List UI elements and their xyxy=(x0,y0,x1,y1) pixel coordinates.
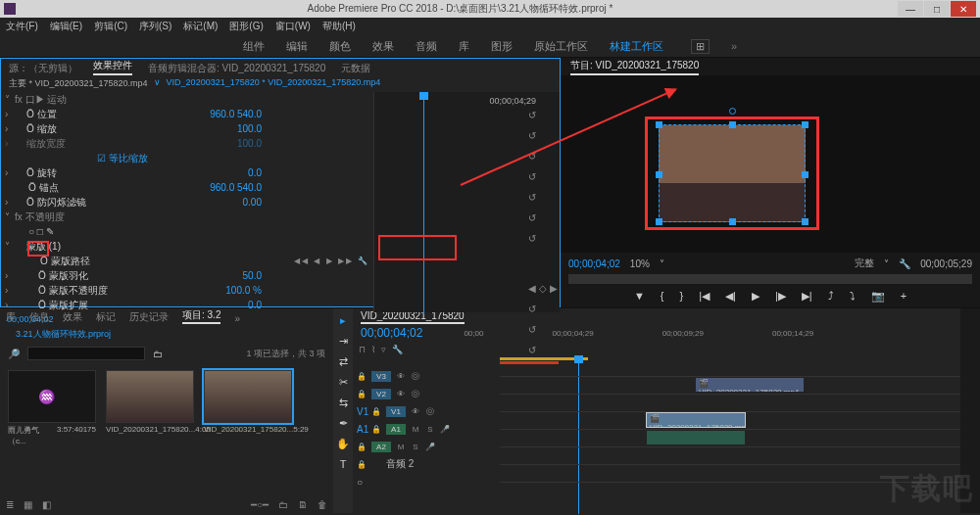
reset-icon[interactable]: ↺ xyxy=(528,192,558,203)
panel-tab-metadata[interactable]: 元数据 xyxy=(341,62,370,75)
playhead[interactable] xyxy=(423,94,424,314)
type-tool-icon[interactable]: T xyxy=(340,458,347,470)
time-ruler[interactable]: 00;0000;00;04;2900;00;09;2900;00;14;29 xyxy=(434,329,953,338)
ws-overflow-icon[interactable]: ⊞ xyxy=(691,39,710,54)
ws-tab[interactable]: 颜色 xyxy=(329,39,351,54)
menu-help[interactable]: 帮助(H) xyxy=(322,20,356,33)
work-area[interactable] xyxy=(500,361,559,364)
close-button[interactable]: ✕ xyxy=(951,1,976,17)
timeline-playhead[interactable] xyxy=(578,357,579,514)
mark-out-icon[interactable]: } xyxy=(680,290,684,302)
timeline-clip-selected[interactable]: 🎬 VID_20200321_175820.mp4 ▫ xyxy=(647,413,745,427)
track-a2[interactable]: A2 xyxy=(371,442,391,452)
trash-icon[interactable]: 🗑 xyxy=(318,499,327,510)
lock-icon[interactable]: 🔒 xyxy=(357,390,367,398)
val-maskfeather[interactable]: 50.0 xyxy=(243,270,262,281)
reset-icon[interactable]: ↺ xyxy=(528,304,558,314)
snap-icon[interactable]: ⊓ xyxy=(359,345,366,354)
bin-item-selected[interactable]: VID_20200321_175820...5:29 xyxy=(204,370,292,446)
ws-more-icon[interactable]: » xyxy=(731,40,737,52)
reset-icon[interactable]: ↺ xyxy=(528,324,558,335)
new-item-icon[interactable]: 🗎 xyxy=(298,499,308,510)
ws-tab[interactable]: 组件 xyxy=(243,39,265,54)
menu-graphics[interactable]: 图形(G) xyxy=(229,20,263,33)
lock-icon[interactable]: 🔒 xyxy=(357,372,367,381)
hand-tool-icon[interactable]: ✋ xyxy=(336,438,350,450)
goto-out-icon[interactable]: ▶| xyxy=(802,290,812,303)
search-input[interactable] xyxy=(27,347,145,360)
prop-position[interactable]: Ö 位置 xyxy=(26,108,57,121)
settings-icon[interactable]: 🔧 xyxy=(392,345,403,354)
program-tc[interactable]: 00;00;04;02 xyxy=(568,258,620,269)
wrench-icon[interactable]: 🔧 xyxy=(899,258,910,269)
list-view-icon[interactable]: ≣ xyxy=(6,499,14,510)
pen-tool-icon[interactable]: ✒ xyxy=(339,417,348,430)
ws-tab[interactable]: 编辑 xyxy=(286,39,308,54)
track-v1[interactable]: V1 xyxy=(386,406,406,417)
reset-icon[interactable]: ↺ xyxy=(528,110,558,120)
panel-tab-effectcontrols[interactable]: 效果控件 xyxy=(93,59,132,75)
lock-icon[interactable]: 🔒 xyxy=(357,460,367,469)
menu-window[interactable]: 窗口(W) xyxy=(275,20,311,33)
track-a1[interactable]: A1 xyxy=(386,424,406,435)
minimize-button[interactable]: — xyxy=(898,1,923,17)
val-rotation[interactable]: 0.0 xyxy=(248,167,262,178)
prop-rotation[interactable]: Ö 旋转 xyxy=(26,166,57,180)
freeform-view-icon[interactable]: ◧ xyxy=(42,499,51,510)
pj-tab[interactable]: 信息 xyxy=(29,310,49,324)
mark-out-icon[interactable]: { xyxy=(661,290,664,302)
menu-clip[interactable]: 剪辑(C) xyxy=(94,20,127,33)
quality-select[interactable]: 完整 xyxy=(855,257,874,270)
ripple-tool-icon[interactable]: ⇄ xyxy=(339,355,348,368)
prop-scale[interactable]: Ö 缩放 xyxy=(26,122,57,136)
val-antiflicker[interactable]: 0.00 xyxy=(243,197,262,208)
mask-overlay[interactable] xyxy=(659,124,806,222)
panel-tab-source[interactable]: 源：（无剪辑） xyxy=(9,62,77,75)
pj-more-icon[interactable]: » xyxy=(234,313,240,324)
export-frame-icon[interactable]: 📷 xyxy=(871,290,885,303)
reset-icon[interactable]: ↺ xyxy=(528,130,558,141)
lift-icon[interactable]: ⤴ xyxy=(828,290,834,302)
panel-tab-audiomixer[interactable]: 音频剪辑混合器: VID_20200321_175820 xyxy=(148,62,325,75)
vis-icon[interactable]: 👁 xyxy=(396,372,406,381)
marker-icon[interactable]: ▿ xyxy=(381,345,386,354)
ws-tab[interactable]: 原始工作区 xyxy=(534,39,588,54)
filter-bin-icon[interactable]: 🗀 xyxy=(153,349,163,359)
extract-icon[interactable]: ⤵ xyxy=(850,290,856,302)
fx-motion[interactable]: fx 口▶ 运动 xyxy=(15,93,67,107)
menu-file[interactable]: 文件(F) xyxy=(6,20,38,33)
bin-item[interactable]: VID_20200321_175820...4:05 xyxy=(106,370,194,446)
razor-tool-icon[interactable]: ✂ xyxy=(339,376,348,389)
pj-tab[interactable]: 标记 xyxy=(96,310,116,324)
ws-tab-active[interactable]: 林建工作区 xyxy=(610,39,663,54)
reset-icon[interactable]: ↺ xyxy=(528,233,558,244)
mask-tools[interactable]: ○ □ ✎ xyxy=(28,226,54,237)
mark-in-icon[interactable]: ▼ xyxy=(634,290,645,302)
pj-tab[interactable]: 库 xyxy=(6,310,16,324)
prop-antiflicker[interactable]: Ö 防闪烁滤镜 xyxy=(26,196,86,210)
lock-icon[interactable]: 🔒 xyxy=(371,425,381,434)
program-tab[interactable]: 节目: VID_20200321_175820 xyxy=(570,59,699,75)
lock-icon[interactable]: 🔒 xyxy=(371,407,381,416)
track-v3[interactable]: V3 xyxy=(371,371,391,382)
slip-tool-icon[interactable]: ⇆ xyxy=(339,397,348,409)
reset-icon[interactable]: ↺ xyxy=(528,212,558,223)
menu-mark[interactable]: 标记(M) xyxy=(183,20,218,33)
reset-icon[interactable]: ↺ xyxy=(528,171,558,182)
effect-timeline[interactable]: 00;00;04;29 ↺ ↺ ↺ ↺ ↺ ↺ ↺ ◀ ◇ ▶ ↺ ↺ ↺ xyxy=(373,92,560,312)
prop-anchor[interactable]: Ö 锚点 xyxy=(28,181,59,195)
lock-icon[interactable]: 🔒 xyxy=(357,443,367,451)
search-icon[interactable]: 🔎 xyxy=(8,349,20,359)
seq-tab[interactable]: VID_20200321_175820 xyxy=(361,310,465,324)
icon-view-icon[interactable]: ▦ xyxy=(24,499,32,510)
val-anchor[interactable]: 960.0 540.0 xyxy=(210,182,262,193)
ws-tab[interactable]: 效果 xyxy=(372,39,394,54)
kf-nav-controls[interactable]: ◀◀ ◀ ▶ ▶▶ 🔧 xyxy=(294,257,369,265)
maximize-button[interactable]: □ xyxy=(924,1,950,17)
menu-edit[interactable]: 编辑(E) xyxy=(50,20,82,33)
prop-maskfeather[interactable]: Ö 蒙版羽化 xyxy=(38,269,88,283)
new-bin-icon[interactable]: 🗀 xyxy=(278,499,288,510)
val-position[interactable]: 960.0 540.0 xyxy=(210,109,262,119)
pj-tab[interactable]: 效果 xyxy=(63,310,82,324)
track-select-tool-icon[interactable]: ⇥ xyxy=(339,335,348,348)
